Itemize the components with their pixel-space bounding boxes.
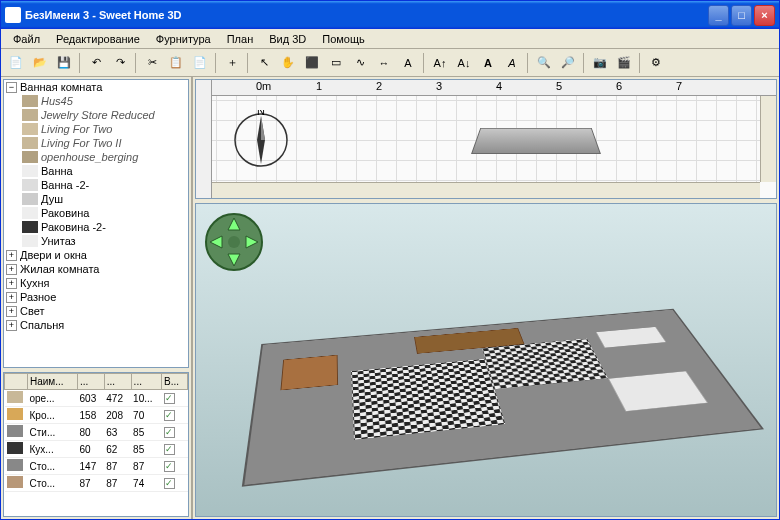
furniture-icon <box>7 408 23 420</box>
view-3d[interactable] <box>195 203 777 517</box>
visibility-checkbox[interactable]: ✓ <box>164 478 175 489</box>
table-row[interactable]: Сто... 87 87 74 ✓ <box>5 475 188 492</box>
tree-item[interactable]: Jewelry Store Reduced <box>4 108 188 122</box>
tree-category[interactable]: +Кухня <box>4 276 188 290</box>
photo-button[interactable]: 📷 <box>589 52 611 74</box>
tree-category[interactable]: +Разное <box>4 290 188 304</box>
wall-tool[interactable]: ⬛ <box>301 52 323 74</box>
visibility-checkbox[interactable]: ✓ <box>164 393 175 404</box>
cell-height: 74 <box>131 475 161 492</box>
pan-tool[interactable]: ✋ <box>277 52 299 74</box>
table-row[interactable]: Кух... 60 62 85 ✓ <box>5 441 188 458</box>
col-name[interactable]: Наим... <box>28 374 78 390</box>
furniture-catalog-tree[interactable]: − Ванная комната Hus45 Jewelry Store Red… <box>3 79 189 368</box>
cell-height: 85 <box>131 424 161 441</box>
cell-width: 87 <box>78 475 105 492</box>
table-row[interactable]: ope... 603 472 10... ✓ <box>5 390 188 407</box>
text-tool[interactable]: A <box>397 52 419 74</box>
tree-item[interactable]: openhouse_berging <box>4 150 188 164</box>
bold-button[interactable]: A <box>477 52 499 74</box>
visibility-checkbox[interactable]: ✓ <box>164 444 175 455</box>
navigation-controls[interactable] <box>204 212 264 272</box>
tree-category[interactable]: − Ванная комната <box>4 80 188 94</box>
col-height[interactable]: ... <box>131 374 161 390</box>
tree-category[interactable]: +Двери и окна <box>4 248 188 262</box>
paste-button[interactable]: 📄 <box>189 52 211 74</box>
menu-furniture[interactable]: Фурнитура <box>148 31 219 47</box>
vertical-scrollbar[interactable] <box>760 96 776 182</box>
preferences-button[interactable]: ⚙ <box>645 52 667 74</box>
furniture-icon <box>22 123 38 135</box>
tree-item[interactable]: Душ <box>4 192 188 206</box>
table-row[interactable]: Кро... 158 208 70 ✓ <box>5 407 188 424</box>
furniture-icon <box>22 109 38 121</box>
new-button[interactable]: 📄 <box>5 52 27 74</box>
zoom-in-button[interactable]: 🔍 <box>533 52 555 74</box>
menu-edit[interactable]: Редактирование <box>48 31 148 47</box>
plan-2d-view[interactable]: 0m 1 2 3 4 5 6 7 N <box>195 79 777 199</box>
cell-name: Сто... <box>28 475 78 492</box>
visibility-checkbox[interactable]: ✓ <box>164 427 175 438</box>
furniture-icon <box>22 207 38 219</box>
expand-icon[interactable]: + <box>6 278 17 289</box>
tree-item[interactable]: Раковина <box>4 206 188 220</box>
minimize-button[interactable]: _ <box>708 5 729 26</box>
furniture-list-table[interactable]: Наим... ... ... ... В... ope... 603 472 … <box>3 372 189 517</box>
tree-category[interactable]: +Спальня <box>4 318 188 332</box>
close-button[interactable]: × <box>754 5 775 26</box>
collapse-icon[interactable]: − <box>6 82 17 93</box>
tree-item[interactable]: Hus45 <box>4 94 188 108</box>
tree-category[interactable]: +Жилая комната <box>4 262 188 276</box>
add-furniture-button[interactable]: ＋ <box>221 52 243 74</box>
copy-button[interactable]: 📋 <box>165 52 187 74</box>
zoom-out-button[interactable]: 🔎 <box>557 52 579 74</box>
tree-item[interactable]: Раковина -2- <box>4 220 188 234</box>
tree-item[interactable]: Унитаз <box>4 234 188 248</box>
cut-button[interactable]: ✂ <box>141 52 163 74</box>
col-width[interactable]: ... <box>78 374 105 390</box>
compass-icon[interactable]: N <box>231 110 291 170</box>
room-tool[interactable]: ▭ <box>325 52 347 74</box>
titlebar[interactable]: БезИмени 3 - Sweet Home 3D _ □ × <box>1 1 779 29</box>
redo-button[interactable]: ↷ <box>109 52 131 74</box>
polyline-tool[interactable]: ∿ <box>349 52 371 74</box>
tree-item[interactable]: Living For Two <box>4 122 188 136</box>
undo-button[interactable]: ↶ <box>85 52 107 74</box>
furniture-piece <box>608 371 709 412</box>
dimension-tool[interactable]: ↔ <box>373 52 395 74</box>
expand-icon[interactable]: + <box>6 320 17 331</box>
expand-icon[interactable]: + <box>6 306 17 317</box>
video-button[interactable]: 🎬 <box>613 52 635 74</box>
menu-file[interactable]: Файл <box>5 31 48 47</box>
italic-button[interactable]: A <box>501 52 523 74</box>
col-depth[interactable]: ... <box>104 374 131 390</box>
expand-icon[interactable]: + <box>6 264 17 275</box>
save-button[interactable]: 💾 <box>53 52 75 74</box>
col-visible[interactable]: В... <box>162 374 188 390</box>
visibility-checkbox[interactable]: ✓ <box>164 461 175 472</box>
maximize-button[interactable]: □ <box>731 5 752 26</box>
menu-plan[interactable]: План <box>219 31 262 47</box>
menu-help[interactable]: Помощь <box>314 31 373 47</box>
cell-height: 87 <box>131 458 161 475</box>
table-row[interactable]: Сто... 147 87 87 ✓ <box>5 458 188 475</box>
tree-item[interactable]: Living For Two II <box>4 136 188 150</box>
furniture-icon <box>7 476 23 488</box>
cell-name: Сти... <box>28 424 78 441</box>
col-icon[interactable] <box>5 374 28 390</box>
separator <box>247 53 249 73</box>
visibility-checkbox[interactable]: ✓ <box>164 410 175 421</box>
furniture-icon <box>22 179 38 191</box>
tree-item[interactable]: Ванна -2- <box>4 178 188 192</box>
menu-view3d[interactable]: Вид 3D <box>261 31 314 47</box>
expand-icon[interactable]: + <box>6 292 17 303</box>
tree-item[interactable]: Ванна <box>4 164 188 178</box>
open-button[interactable]: 📂 <box>29 52 51 74</box>
expand-icon[interactable]: + <box>6 250 17 261</box>
select-tool[interactable]: ↖ <box>253 52 275 74</box>
horizontal-scrollbar[interactable] <box>212 182 760 198</box>
text-size-up[interactable]: A↑ <box>429 52 451 74</box>
tree-category[interactable]: +Свет <box>4 304 188 318</box>
text-size-down[interactable]: A↓ <box>453 52 475 74</box>
table-row[interactable]: Сти... 80 63 85 ✓ <box>5 424 188 441</box>
